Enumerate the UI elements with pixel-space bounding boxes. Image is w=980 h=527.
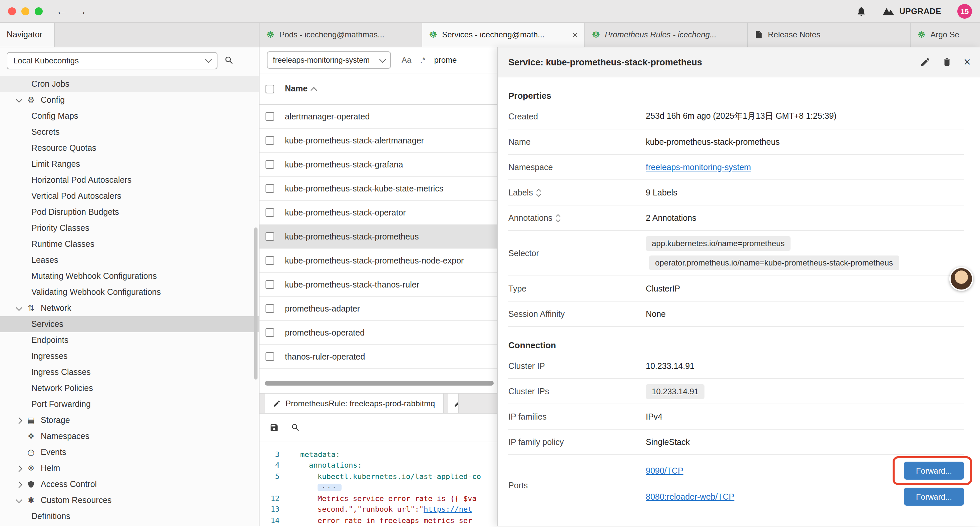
maximize-window-button[interactable] <box>35 7 43 15</box>
table-row[interactable]: kube-prometheus-stack-thanos-ruler <box>259 273 497 297</box>
expand-collapse-icon[interactable] <box>556 215 560 221</box>
namespace-link[interactable]: freeleaps-monitoring-system <box>646 162 751 172</box>
pencil-icon <box>453 399 459 407</box>
sidebar-item-secrets[interactable]: Secrets <box>0 124 259 140</box>
tab-pods[interactable]: ☸ Pods - icecheng@mathmas... <box>259 23 422 47</box>
row-checkbox[interactable] <box>266 112 274 121</box>
sidebar-item-mutating-webhook-configurations[interactable]: Mutating Webhook Configurations <box>0 268 259 284</box>
sidebar-group-storage[interactable]: ▤Storage <box>0 412 259 428</box>
sidebar-item-network-policies[interactable]: Network Policies <box>0 380 259 396</box>
code-line: error rate in freeleaps metrics ser <box>284 516 473 525</box>
sidebar-group-config[interactable]: ⚙Config <box>0 92 259 108</box>
forward-button[interactable]: Forward... <box>904 488 964 506</box>
sidebar-item-services[interactable]: Services <box>0 316 259 332</box>
close-window-button[interactable] <box>8 7 16 15</box>
drawer-close-icon[interactable]: × <box>964 56 970 68</box>
sidebar-item-resource-quotas[interactable]: Resource Quotas <box>0 140 259 156</box>
sidebar-item-horizontal-pod-autoscalers[interactable]: Horizontal Pod Autoscalers <box>0 172 259 188</box>
table-row[interactable]: prometheus-operated <box>259 321 497 345</box>
horizontal-scrollbar[interactable] <box>259 381 497 386</box>
user-avatar[interactable] <box>949 267 973 291</box>
search-icon[interactable] <box>291 423 300 432</box>
arrows-up-down-icon: ⇅ <box>26 304 36 312</box>
sidebar-item-validating-webhook-configurations[interactable]: Validating Webhook Configurations <box>0 284 259 300</box>
sidebar-item-ingress-classes[interactable]: Ingress Classes <box>0 364 259 380</box>
sidebar-item-priority-classes[interactable]: Priority Classes <box>0 220 259 236</box>
sidebar-item-vertical-pod-autoscalers[interactable]: Vertical Pod Autoscalers <box>0 188 259 204</box>
table-row[interactable]: kube-prometheus-stack-prometheus-node-ex… <box>259 249 497 273</box>
table-row[interactable]: kube-prometheus-stack-kube-state-metrics <box>259 177 497 201</box>
tab-close-icon[interactable]: × <box>570 29 578 40</box>
save-icon[interactable] <box>269 423 279 432</box>
table-row[interactable]: alertmanager-operated <box>259 105 497 129</box>
storage-icon: ▤ <box>26 416 36 424</box>
document-icon <box>754 30 763 39</box>
row-checkbox[interactable] <box>266 160 274 169</box>
table-row[interactable]: kube-prometheus-stack-grafana <box>259 153 497 177</box>
window-controls <box>8 7 43 15</box>
row-checkbox[interactable] <box>266 328 274 337</box>
upgrade-button[interactable]: UPGRADE <box>883 6 941 16</box>
name-column-header[interactable]: Name <box>285 84 316 93</box>
sidebar-item-runtime-classes[interactable]: Runtime Classes <box>0 236 259 252</box>
sidebar-scrollbar[interactable] <box>254 228 258 380</box>
kubeconfig-select[interactable]: Local Kubeconfigs <box>7 52 218 69</box>
sidebar-group-access-control[interactable]: Access Control <box>0 476 259 492</box>
tab-prometheus-rules[interactable]: ☸ Prometheus Rules - icecheng... <box>585 23 748 47</box>
sidebar-item-limit-ranges[interactable]: Limit Ranges <box>0 156 259 172</box>
dock-tab-prometheusrule[interactable]: PrometheusRule: freeleaps-prod-rabbitmq <box>265 393 444 413</box>
dock-tab-partial[interactable] <box>448 393 459 413</box>
sidebar-group-custom-resources[interactable]: ✱Custom Resources <box>0 492 259 508</box>
table-row[interactable]: kube-prometheus-stack-alertmanager <box>259 129 497 153</box>
row-checkbox[interactable] <box>266 184 274 193</box>
table-row[interactable]: kube-prometheus-stack-operator <box>259 201 497 225</box>
regex-toggle[interactable]: .* <box>420 56 425 65</box>
forward-button[interactable]: Forward... <box>904 462 964 480</box>
yaml-editor[interactable]: 3metadata: 4annotations: 5kubectl.kubern… <box>259 442 497 526</box>
sidebar-item-ingresses[interactable]: Ingresses <box>0 348 259 364</box>
row-checkbox[interactable] <box>266 136 274 145</box>
sidebar-item-events[interactable]: ◷Events <box>0 444 259 460</box>
expand-collapse-icon[interactable] <box>537 189 540 196</box>
row-checkbox[interactable] <box>266 304 274 313</box>
notification-count-badge[interactable]: 15 <box>957 4 972 18</box>
table-row[interactable]: thanos-ruler-operated <box>259 345 497 369</box>
row-checkbox[interactable] <box>266 208 274 217</box>
minimize-window-button[interactable] <box>21 7 29 15</box>
app-window: ← → UPGRADE 15 Navigator ☸ Pods - iceche… <box>0 0 980 527</box>
namespace-select[interactable]: freeleaps-monitoring-system <box>267 51 391 69</box>
sidebar-group-helm[interactable]: ☸Helm <box>0 460 259 476</box>
sidebar-item-definitions[interactable]: Definitions <box>0 508 259 524</box>
row-checkbox[interactable] <box>266 256 274 265</box>
sidebar-item-config-maps[interactable]: Config Maps <box>0 108 259 124</box>
tab-release-notes[interactable]: Release Notes <box>748 23 911 47</box>
table-row-selected[interactable]: kube-prometheus-stack-prometheus <box>259 225 497 249</box>
tab-services[interactable]: ☸ Services - icecheng@math... × <box>422 23 585 47</box>
row-checkbox[interactable] <box>266 352 274 361</box>
match-case-toggle[interactable]: Aa <box>402 56 411 65</box>
sidebar-item-endpoints[interactable]: Endpoints <box>0 332 259 348</box>
sidebar-item-namespaces[interactable]: ❖Namespaces <box>0 428 259 444</box>
search-icon[interactable] <box>224 56 234 65</box>
row-checkbox[interactable] <box>266 232 274 241</box>
forward-arrow-icon[interactable]: → <box>76 6 87 16</box>
table-row[interactable]: prometheus-adapter <box>259 297 497 321</box>
navigator-panel-tab[interactable]: Navigator <box>0 23 55 47</box>
row-checkbox[interactable] <box>266 280 274 289</box>
sidebar-item-pod-disruption-budgets[interactable]: Pod Disruption Budgets <box>0 204 259 220</box>
sidebar-item-port-forwarding[interactable]: Port Forwarding <box>0 396 259 412</box>
port-link-9090[interactable]: 9090/TCP <box>646 466 684 475</box>
folded-region-indicator[interactable]: ··· <box>284 483 342 492</box>
scrollbar-thumb[interactable] <box>265 381 494 385</box>
delete-trash-icon[interactable] <box>942 57 952 67</box>
search-input[interactable]: prome <box>434 56 457 65</box>
notifications-bell-icon[interactable] <box>856 6 867 16</box>
select-all-checkbox[interactable] <box>266 84 274 93</box>
tab-argo[interactable]: ☸ Argo Se <box>911 23 980 47</box>
sidebar-item-cron-jobs[interactable]: Cron Jobs <box>0 76 259 92</box>
back-arrow-icon[interactable]: ← <box>56 6 67 16</box>
sidebar-group-network[interactable]: ⇅Network <box>0 300 259 316</box>
port-link-8080[interactable]: 8080:reloader-web/TCP <box>646 492 734 502</box>
edit-pencil-icon[interactable] <box>920 57 931 67</box>
sidebar-item-leases[interactable]: Leases <box>0 252 259 268</box>
